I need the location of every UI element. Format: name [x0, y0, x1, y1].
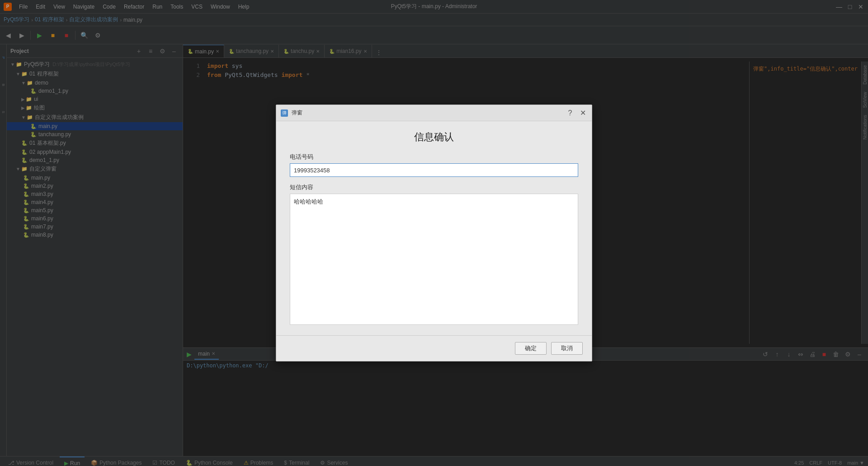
phone-input[interactable] [290, 163, 578, 177]
cancel-button[interactable]: 取消 [551, 342, 583, 355]
modal-dialog: 弹 弹窗 ? ✕ 信息确认 电话号码 短信内容 哈哈哈哈哈 确定 取消 [276, 105, 592, 361]
message-label: 短信内容 [290, 183, 578, 191]
modal-close-button[interactable]: ✕ [578, 109, 587, 118]
message-textarea[interactable]: 哈哈哈哈哈 [290, 194, 578, 325]
confirm-button[interactable]: 确定 [515, 342, 547, 355]
modal-body: 信息确认 电话号码 短信内容 哈哈哈哈哈 [276, 121, 592, 335]
modal-titlebar: 弹 弹窗 ? ✕ [276, 105, 592, 121]
modal-heading: 信息确认 [290, 130, 578, 144]
phone-label: 电话号码 [290, 153, 578, 161]
modal-footer: 确定 取消 [276, 335, 592, 361]
modal-title: 弹窗 [292, 109, 562, 117]
modal-overlay: 弹 弹窗 ? ✕ 信息确认 电话号码 短信内容 哈哈哈哈哈 确定 取消 [0, 0, 868, 466]
modal-icon: 弹 [281, 109, 288, 117]
modal-help-button[interactable]: ? [566, 109, 575, 118]
